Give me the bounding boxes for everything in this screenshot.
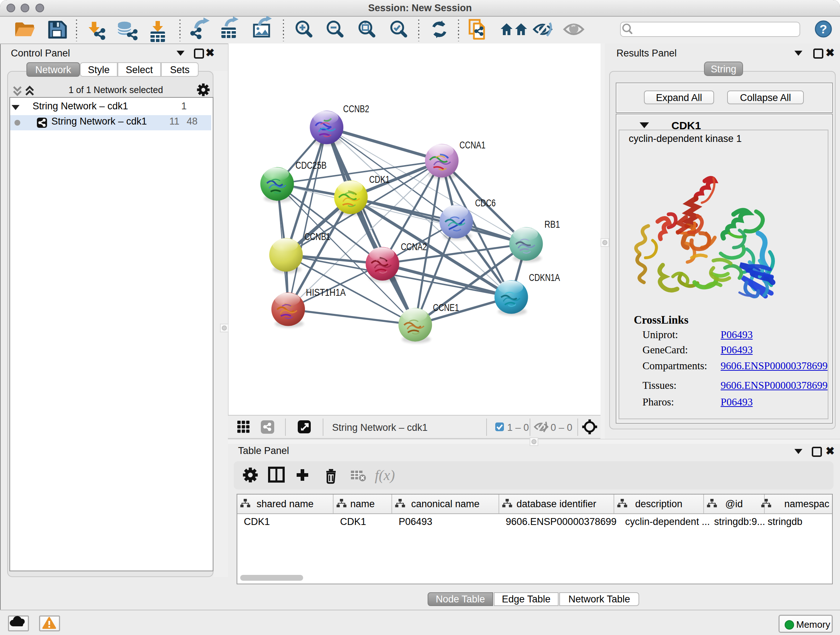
svg-text:?: ? [820,22,827,36]
svg-text:CDK1: CDK1 [369,174,390,185]
svg-text:CCNA1: CCNA1 [459,140,485,150]
svg-text:CCNB2: CCNB2 [343,103,369,114]
svg-text:CDC25B: CDC25B [295,160,327,171]
svg-text:CDC6: CDC6 [475,198,496,209]
svg-text:CCNB1: CCNB1 [304,231,330,242]
svg-text:CCNE1: CCNE1 [433,302,459,313]
svg-text:HIST1H1A: HIST1H1A [306,287,346,298]
svg-text:CDKN1A: CDKN1A [529,272,560,283]
svg-text:CCNA2: CCNA2 [401,241,427,252]
svg-text:RB1: RB1 [545,219,560,230]
svg-text:f(x): f(x) [375,467,395,483]
